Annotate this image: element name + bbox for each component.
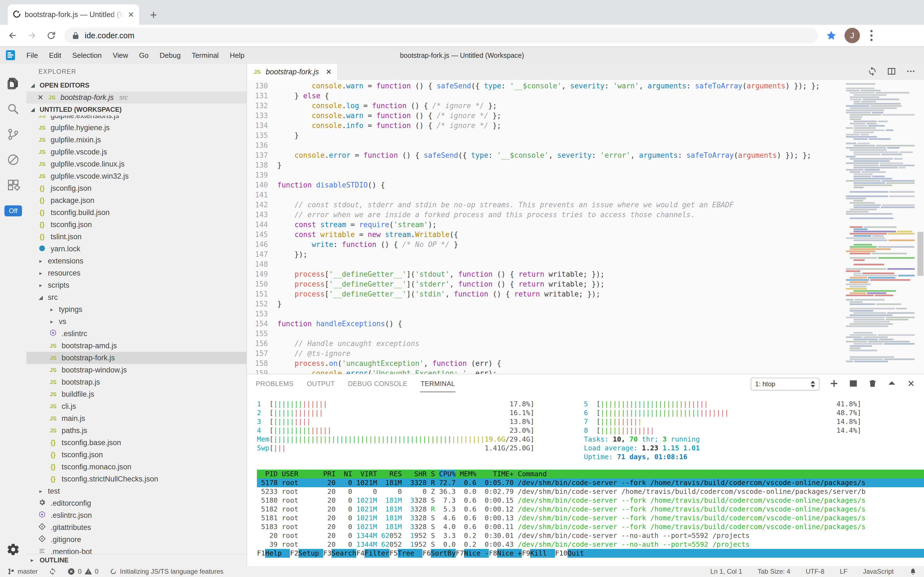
menu-selection[interactable]: Selection	[67, 49, 107, 62]
select-arrows-icon	[811, 381, 815, 388]
tree-item-src[interactable]: ◢src	[26, 291, 246, 303]
editor-tab[interactable]: JS bootstrap-fork.js ✕	[247, 64, 338, 80]
reload-icon[interactable]	[45, 29, 57, 42]
open-editor-item[interactable]: ✕ JS bootstrap-fork.js src	[26, 91, 246, 103]
close-panel-icon[interactable]	[906, 379, 916, 389]
tree-item-.gitignore[interactable]: .gitignore	[26, 533, 246, 546]
menu-go[interactable]: Go	[134, 49, 154, 62]
language-status[interactable]: Initializing JS/TS language features	[109, 567, 223, 575]
panel-tab-problems[interactable]: PROBLEMS	[255, 376, 294, 392]
tree-item-tslint.json[interactable]: {}tslint.json	[26, 231, 246, 243]
menu-help[interactable]: Help	[224, 49, 250, 62]
menu-view[interactable]: View	[107, 49, 134, 62]
debug-icon[interactable]	[0, 147, 26, 172]
tree-item-main.js[interactable]: JSmain.js	[26, 413, 246, 424]
tree-item-gulpfile.extensions.js[interactable]: JSgulpfile.extensions.js	[26, 116, 246, 122]
tree-item-resources[interactable]: ▸resources	[26, 267, 246, 279]
minimap[interactable]	[846, 81, 914, 363]
tree-item-yarn.lock[interactable]: yarn.lock	[26, 243, 246, 255]
tree-item-tsconfig.monaco.json[interactable]: {}tsconfig.monaco.json	[26, 461, 246, 473]
tree-item-gulpfile.vscode.linux.js[interactable]: JSgulpfile.vscode.linux.js	[26, 158, 246, 170]
workspace-header[interactable]: ◢ UNTITLED (WORKSPACE)	[26, 103, 246, 116]
bookmark-star-icon[interactable]	[825, 29, 837, 42]
split-editor-icon[interactable]	[887, 66, 897, 77]
menu-debug[interactable]: Debug	[154, 49, 186, 62]
tree-item-scripts[interactable]: ▸scripts	[26, 279, 246, 291]
coder-logo-icon[interactable]	[5, 50, 15, 61]
settings-gear-icon[interactable]	[0, 538, 26, 561]
tree-item-tsconfig.json[interactable]: {}tsconfig.json	[26, 449, 246, 461]
tree-item-gulpfile.vscode.js[interactable]: JSgulpfile.vscode.js	[26, 146, 246, 158]
tree-item-.mention-bot[interactable]: .mention-bot	[26, 546, 246, 554]
explorer-icon[interactable]	[0, 71, 26, 96]
back-icon[interactable]	[6, 29, 19, 42]
status-ln-1-col-1[interactable]: Ln 1, Col 1	[710, 567, 742, 575]
terminal-select[interactable]: 1: htop	[751, 378, 820, 390]
tree-item-bootstrap.js[interactable]: JSbootstrap.js	[26, 376, 246, 388]
split-terminal-icon[interactable]	[848, 379, 858, 389]
avatar[interactable]: J	[845, 28, 860, 43]
panel-tab-terminal[interactable]: TERMINAL	[420, 376, 456, 392]
tree-item-vs[interactable]: ▸vs	[26, 316, 246, 327]
tree-item-tsconfig.json[interactable]: {}tsconfig.json	[26, 219, 246, 231]
tree-item-tsconfig.build.json[interactable]: {}tsconfig.build.json	[26, 206, 246, 219]
tree-item-gulpfile.hygiene.js[interactable]: JSgulpfile.hygiene.js	[26, 122, 246, 134]
scrollbar-thumb[interactable]	[918, 232, 924, 276]
new-terminal-icon[interactable]	[829, 379, 839, 389]
code-editor[interactable]: 130 console.warn = function () { safeSen…	[247, 80, 924, 374]
tree-item-.eslintrc.json[interactable]: .eslintrc.json	[26, 509, 246, 521]
extensions-icon[interactable]	[0, 172, 26, 198]
tree-item-typings[interactable]: ▸typings	[26, 303, 246, 316]
source-control-icon[interactable]	[0, 122, 26, 147]
url-text: ide.coder.com	[85, 31, 135, 40]
forward-icon[interactable]	[26, 29, 38, 42]
tree-item-gulpfile.vscode.win32.js[interactable]: JSgulpfile.vscode.win32.js	[26, 170, 246, 182]
tree-item-extensions[interactable]: ▸extensions	[26, 255, 246, 267]
problems-indicator[interactable]: 0 0	[67, 567, 98, 575]
status-utf-8[interactable]: UTF-8	[806, 567, 824, 575]
editor-scrollbar[interactable]	[916, 80, 924, 374]
tree-item-jsconfig.json[interactable]: {}jsconfig.json	[26, 182, 246, 194]
notifications-bell-icon[interactable]	[909, 567, 917, 575]
outline-header[interactable]: ▸ OUTLINE	[26, 554, 246, 566]
tree-item-.editorconfig[interactable]: .editorconfig	[26, 497, 246, 509]
tree-item-test[interactable]: ▸test	[26, 485, 246, 497]
tree-item-bootstrap-amd.js[interactable]: JSbootstrap-amd.js	[26, 340, 246, 352]
tree-item-.gitattributes[interactable]: .gitattributes	[26, 521, 246, 533]
tree-item-tsconfig.strictNullChecks.json[interactable]: {}tsconfig.strictNullChecks.json	[26, 473, 246, 485]
open-editors-header[interactable]: ◢ OPEN EDITORS	[26, 79, 246, 91]
status-javascript[interactable]: JavaScript	[863, 567, 894, 575]
tree-item-cli.js[interactable]: JScli.js	[26, 400, 246, 413]
kill-terminal-icon[interactable]	[868, 379, 877, 389]
sync-editors-icon[interactable]	[867, 66, 877, 77]
off-toggle[interactable]: Off	[5, 205, 22, 216]
tree-item-paths.js[interactable]: JSpaths.js	[26, 424, 246, 437]
sync-indicator[interactable]	[49, 567, 56, 575]
maximize-panel-icon[interactable]	[887, 379, 897, 389]
tree-item-package.json[interactable]: {}package.json	[26, 194, 246, 206]
new-tab-button[interactable]: +	[146, 7, 161, 23]
search-icon[interactable]	[0, 96, 26, 122]
close-icon[interactable]: ✕	[37, 93, 43, 102]
more-actions-icon[interactable]	[906, 66, 916, 77]
browser-tab[interactable]: bootstrap-fork.js — Untitled (V ✕	[8, 5, 139, 25]
browser-menu-icon[interactable]	[867, 30, 876, 41]
tree-item-.eslintrc[interactable]: .eslintrc	[26, 327, 246, 340]
url-bar[interactable]: ide.coder.com	[64, 28, 818, 43]
menu-file[interactable]: File	[21, 49, 43, 62]
tree-item-tsconfig.base.json[interactable]: {}tsconfig.base.json	[26, 437, 246, 449]
tree-item-gulpfile.mixin.js[interactable]: JSgulpfile.mixin.js	[26, 134, 246, 146]
tree-item-bootstrap-window.js[interactable]: JSbootstrap-window.js	[26, 364, 246, 376]
tree-item-bootstrap-fork.js[interactable]: JSbootstrap-fork.js	[26, 352, 246, 364]
terminal[interactable]: 1 [||||||||||||| 17.8%]2 [|||||||||||| 1…	[247, 394, 924, 566]
status-tab-size-4[interactable]: Tab Size: 4	[758, 567, 790, 575]
menu-terminal[interactable]: Terminal	[186, 49, 224, 62]
menu-edit[interactable]: Edit	[43, 49, 67, 62]
editor-tab-close-icon[interactable]: ✕	[326, 68, 332, 76]
branch-indicator[interactable]: master	[7, 567, 38, 575]
panel-tab-debug-console[interactable]: DEBUG CONSOLE	[347, 376, 408, 392]
status-lf[interactable]: LF	[840, 567, 847, 575]
tree-item-buildfile.js[interactable]: JSbuildfile.js	[26, 388, 246, 400]
tab-close-icon[interactable]: ✕	[128, 10, 134, 19]
panel-tab-output[interactable]: OUTPUT	[306, 376, 335, 392]
